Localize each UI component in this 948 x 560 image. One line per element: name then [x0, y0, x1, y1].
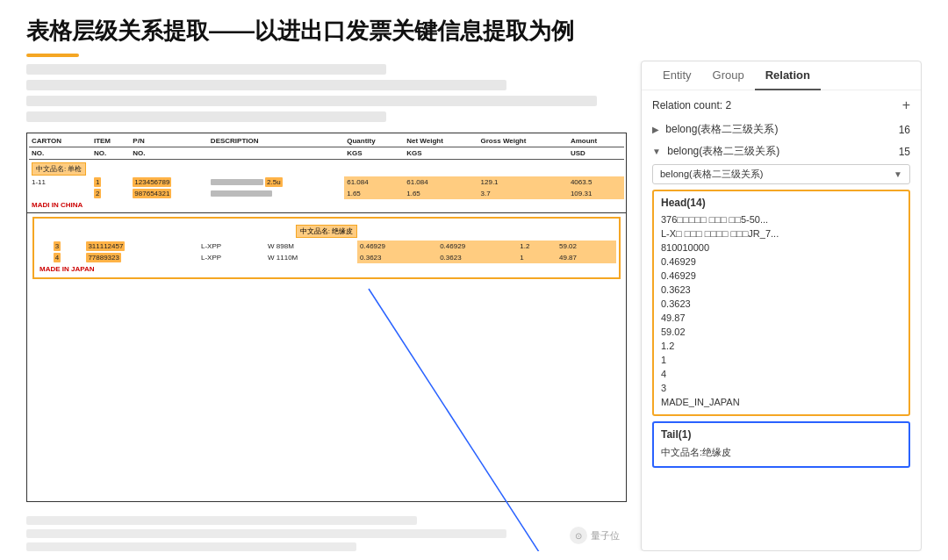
- item-badge-1: 1: [94, 177, 101, 187]
- cell-item-4: 4: [51, 252, 84, 263]
- relation-count-label: Relation count: 2: [652, 99, 731, 111]
- cell-pin-3: 311112457: [83, 241, 198, 252]
- placeholder-lines-top: [26, 61, 627, 126]
- cell-desc-4b: W 1110M: [265, 252, 357, 263]
- placeholder-lines-bottom: [26, 516, 627, 551]
- table-row: 3 311112457 L-XPP W 898M 0.46929 0.46929…: [37, 241, 616, 252]
- cell-desc-1: 2.5u: [208, 176, 344, 188]
- watermark-icon: ⊙: [570, 527, 587, 544]
- th-nw: Net Weight: [404, 135, 478, 147]
- th-pin-no: NO.: [130, 147, 208, 160]
- th-carton-no: NO.: [29, 147, 91, 160]
- head-item-0: 376□□□□□ □□□ □□5-50...: [661, 212, 901, 226]
- section1-cn-label-cell: 中文品名: 单枪: [29, 160, 624, 177]
- pin-badge-3: 311112457: [86, 241, 125, 251]
- th-qty-kgs: KGS: [344, 147, 404, 160]
- cell-amount-1: 4063.5: [568, 176, 624, 188]
- head-item-3: 0.46929: [661, 255, 901, 269]
- relation-count-1: 16: [899, 124, 910, 136]
- cell-desc-3a: L-XPP: [198, 241, 265, 252]
- add-relation-button[interactable]: +: [902, 97, 910, 113]
- cell-nw-3: 0.46929: [437, 241, 517, 252]
- cell-gw-1: 129.1: [478, 176, 568, 188]
- cell-carton-4: [37, 252, 51, 263]
- tab-bar: Entity Group Relation: [642, 61, 921, 90]
- th-description: DESCRIPTION: [208, 135, 344, 147]
- cell-carton-3: [37, 241, 51, 252]
- item-badge-2: 2: [94, 189, 101, 198]
- title-area: 表格层级关系提取——以进出口发票关键信息提取为例: [0, 0, 948, 54]
- head-item-7: 49.87: [661, 311, 901, 325]
- cell-carton-2: [29, 188, 91, 199]
- cell-amount-4: 49.87: [557, 252, 616, 263]
- relation-row-1[interactable]: ▶ belong(表格二三级关系) 16: [652, 120, 910, 139]
- cell-made-in-1: MADI IN CHINA: [29, 199, 624, 211]
- cell-carton-1: 1-11: [29, 176, 91, 188]
- cell-amount-2: 109.31: [568, 188, 624, 199]
- cell-pin-4: 77889323: [83, 252, 198, 263]
- th-desc-blank: [208, 147, 344, 160]
- head-item-10: 1: [661, 353, 901, 367]
- blur-bottom-3: [26, 542, 356, 551]
- relation-item-2: ▼ belong(表格二三级关系) 15 belong(表格二三级关系) ▼ H…: [652, 142, 910, 468]
- cell-nw-2: 1.65: [404, 188, 478, 199]
- desc-blur-2: [211, 190, 272, 197]
- blur-bottom-1: [26, 516, 417, 525]
- cell-qty-3: 0.46929: [357, 241, 437, 252]
- watermark-text: 量子位: [591, 529, 620, 542]
- section2-footer-row: MADE IN JAPAN: [37, 263, 616, 275]
- section2-cn-label: 中文品名: 绝缘皮: [296, 225, 357, 238]
- head-item-1: L-X□ □□□ □□□□ □□□JR_7...: [661, 226, 901, 241]
- cell-nw-4: 0.3623: [437, 252, 517, 263]
- head-item-4: 0.46929: [661, 269, 901, 283]
- desc-suffix-1: 2.5u: [265, 177, 283, 187]
- cell-amount-3: 59.02: [557, 241, 616, 252]
- head-item-2: 810010000: [661, 241, 901, 255]
- cell-gw-2: 3.7: [478, 188, 568, 199]
- cell-pin-2: 987654321: [130, 188, 208, 199]
- relation-count-2: 15: [899, 146, 910, 158]
- relation-dropdown[interactable]: belong(表格二三级关系) ▼: [652, 164, 910, 184]
- dropdown-label: belong(表格二三级关系): [660, 168, 763, 181]
- tab-group[interactable]: Group: [702, 61, 755, 90]
- head-item-8: 59.02: [661, 325, 901, 339]
- cell-gw-4: 1: [517, 252, 557, 263]
- relation-label-1: belong(表格二三级关系): [665, 123, 778, 135]
- th-pin: P/N: [130, 135, 208, 147]
- pin-badge-1: 123456789: [133, 177, 171, 187]
- desc-blur-1: [211, 179, 263, 185]
- cell-gw-3: 1.2: [517, 241, 557, 252]
- cell-made-in-2: MADE IN JAPAN: [37, 263, 616, 275]
- tab-relation[interactable]: Relation: [755, 61, 821, 90]
- section1-header-row: 中文品名: 单枪: [29, 160, 624, 177]
- page-title: 表格层级关系提取——以进出口发票关键信息提取为例: [26, 16, 574, 47]
- th-qty: Quantity: [344, 135, 404, 147]
- left-panel: CARTON ITEM P/N DESCRIPTION Quantity Net…: [26, 61, 627, 551]
- relation-label-2: belong(表格二三级关系): [667, 145, 779, 157]
- pin-badge-2: 987654321: [133, 189, 171, 198]
- head-node-box: Head(14) 376□□□□□ □□□ □□5-50... L-X□ □□□…: [652, 190, 910, 416]
- th-item: ITEM: [91, 135, 130, 147]
- head-box-title: Head(14): [661, 197, 901, 209]
- cell-desc-3b: W 898M: [265, 241, 357, 252]
- tail-node-box: Tail(1) 中文品名:绝缘皮: [652, 421, 910, 468]
- th-item-no: NO.: [91, 147, 130, 160]
- blur-bottom-2: [26, 529, 506, 538]
- blur-line-3: [26, 96, 597, 106]
- invoice-table-container: CARTON ITEM P/N DESCRIPTION Quantity Net…: [26, 133, 627, 502]
- cell-qty-4: 0.3623: [357, 252, 437, 263]
- cell-item-3: 3: [51, 241, 84, 252]
- cell-item-2: 2: [91, 188, 130, 199]
- tab-entity[interactable]: Entity: [652, 61, 702, 90]
- made-in-china: MADI IN CHINA: [32, 201, 83, 209]
- relation-row-2[interactable]: ▼ belong(表格二三级关系) 15: [652, 142, 910, 161]
- item-badge-3: 3: [54, 241, 61, 251]
- section2-cn-label-wrapper: 中文品名: 绝缘皮: [37, 221, 616, 238]
- cell-qty-1: 61.084: [344, 176, 404, 188]
- tail-item-0: 中文品名:绝缘皮: [661, 444, 901, 461]
- arrow-icon-1: ▶: [652, 125, 659, 134]
- cell-qty-2: 1.65: [344, 188, 404, 199]
- cell-desc-4a: L-XPP: [198, 252, 265, 263]
- right-panel: Entity Group Relation Relation count: 2 …: [641, 61, 922, 551]
- chevron-down-icon: ▼: [894, 169, 902, 179]
